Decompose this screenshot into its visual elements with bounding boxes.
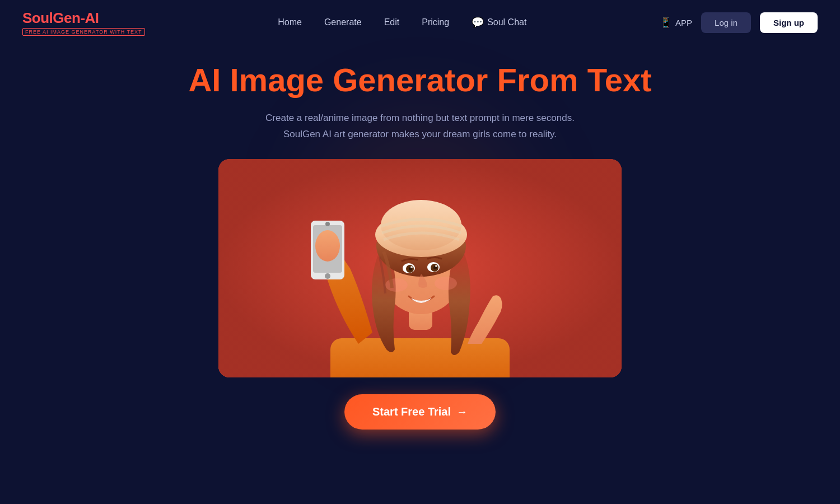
hero-subtitle-line1: Create a real/anime image from nothing b… bbox=[265, 113, 575, 123]
cta-start-trial-button[interactable]: Start Free Trial → bbox=[344, 394, 496, 430]
svg-point-22 bbox=[385, 278, 408, 292]
nav-link-soul-chat[interactable]: 💬 Soul Chat bbox=[472, 16, 526, 29]
svg-point-21 bbox=[435, 265, 437, 267]
nav-item-pricing[interactable]: Pricing bbox=[422, 17, 449, 27]
hero-subtitle-line2: SoulGen AI art generator makes your drea… bbox=[283, 129, 557, 139]
nav-link-pricing[interactable]: Pricing bbox=[422, 17, 449, 27]
svg-point-23 bbox=[435, 277, 457, 290]
hero-title: AI Image Generator From Text bbox=[188, 62, 651, 99]
brand-name: SoulGen-AI bbox=[22, 10, 99, 27]
svg-point-8 bbox=[315, 230, 340, 262]
hero-section: AI Image Generator From Text Create a re… bbox=[0, 45, 840, 430]
nav-link-edit[interactable]: Edit bbox=[384, 17, 400, 27]
nav-link-generate[interactable]: Generate bbox=[324, 17, 362, 27]
hero-image-container bbox=[218, 159, 622, 377]
nav-item-soul-chat[interactable]: 💬 Soul Chat bbox=[472, 16, 526, 29]
brand-tagline: FREE AI IMAGE GENERATOR WITH TEXT bbox=[22, 28, 145, 36]
app-label: APP bbox=[675, 18, 692, 27]
svg-point-7 bbox=[325, 273, 330, 279]
arrow-icon: → bbox=[456, 405, 468, 418]
nav-links: Home Generate Edit Pricing 💬 Soul Chat bbox=[278, 16, 526, 29]
nav-item-edit[interactable]: Edit bbox=[384, 17, 400, 27]
nav-item-generate[interactable]: Generate bbox=[324, 17, 362, 27]
soul-chat-label: Soul Chat bbox=[487, 17, 526, 27]
login-button[interactable]: Log in bbox=[701, 12, 751, 33]
navbar: SoulGen-AI FREE AI IMAGE GENERATOR WITH … bbox=[0, 0, 840, 45]
soul-chat-icon: 💬 bbox=[472, 16, 484, 29]
app-link[interactable]: 📱 APP bbox=[660, 16, 692, 29]
signup-button[interactable]: Sign up bbox=[760, 12, 818, 33]
svg-rect-3 bbox=[330, 338, 510, 377]
svg-point-6 bbox=[325, 222, 330, 226]
nav-right: 📱 APP Log in Sign up bbox=[660, 12, 818, 33]
nav-item-home[interactable]: Home bbox=[278, 17, 302, 27]
hero-subtitle: Create a real/anime image from nothing b… bbox=[265, 110, 575, 143]
cta-label: Start Free Trial bbox=[372, 405, 451, 418]
logo[interactable]: SoulGen-AI FREE AI IMAGE GENERATOR WITH … bbox=[22, 10, 145, 36]
ai-image bbox=[218, 159, 622, 377]
svg-point-20 bbox=[410, 266, 413, 268]
nav-link-home[interactable]: Home bbox=[278, 17, 302, 27]
hero-image-svg bbox=[218, 159, 622, 377]
phone-icon: 📱 bbox=[660, 16, 672, 29]
